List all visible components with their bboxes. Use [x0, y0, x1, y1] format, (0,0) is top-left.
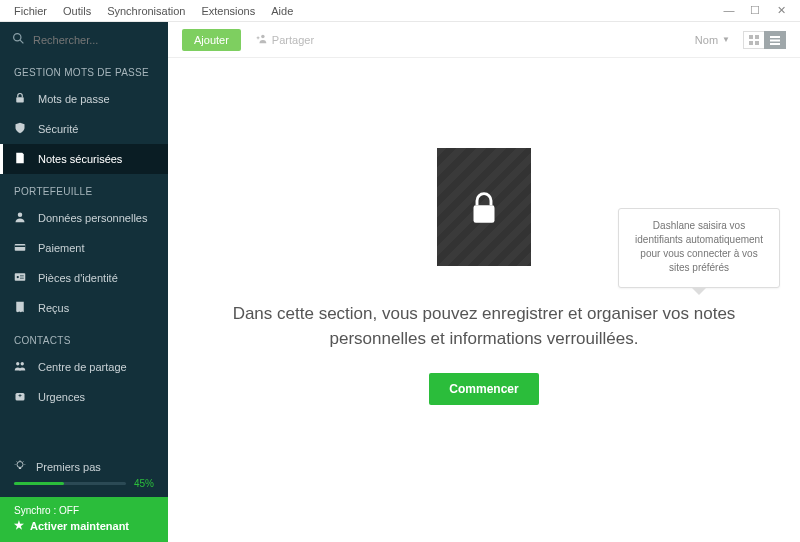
- sidebar-item-payment[interactable]: Paiement: [0, 233, 168, 263]
- progress-percent: 45%: [134, 478, 154, 489]
- sidebar-item-identity[interactable]: Pièces d'identité: [0, 263, 168, 293]
- svg-rect-20: [749, 41, 753, 45]
- menu-sync[interactable]: Synchronisation: [99, 5, 193, 17]
- menu-file[interactable]: Fichier: [6, 5, 55, 17]
- svg-point-7: [17, 276, 19, 278]
- svg-rect-2: [16, 97, 24, 102]
- sidebar-item-label: Données personnelles: [38, 212, 147, 224]
- locked-note-illustration: [437, 148, 531, 266]
- window-maximize-button[interactable]: ☐: [742, 4, 768, 17]
- section-title-contacts: CONTACTS: [0, 323, 168, 352]
- activate-sync-button[interactable]: ★ Activer maintenant: [14, 519, 154, 532]
- sidebar-item-personal-data[interactable]: Données personnelles: [0, 203, 168, 233]
- svg-rect-5: [15, 246, 26, 248]
- section-title-wallet: PORTEFEUILLE: [0, 174, 168, 203]
- activate-sync-label: Activer maintenant: [30, 520, 129, 532]
- svg-rect-4: [15, 244, 26, 251]
- view-grid-button[interactable]: [743, 31, 765, 49]
- svg-point-11: [21, 362, 24, 365]
- get-started-button[interactable]: Commencer: [429, 373, 538, 405]
- search-input[interactable]: [33, 34, 171, 46]
- menu-extensions[interactable]: Extensions: [193, 5, 263, 17]
- menu-bar: Fichier Outils Synchronisation Extension…: [0, 0, 800, 22]
- sidebar-item-passwords[interactable]: Mots de passe: [0, 84, 168, 114]
- sidebar-item-emergency[interactable]: Urgences: [0, 382, 168, 412]
- toolbar: Ajouter Partager Nom ▼: [168, 22, 800, 58]
- add-person-icon: [255, 33, 268, 46]
- svg-rect-16: [19, 468, 21, 470]
- svg-rect-19: [755, 35, 759, 39]
- sidebar-item-sharing-center[interactable]: Centre de partage: [0, 352, 168, 382]
- search-row[interactable]: [0, 22, 168, 55]
- card-icon: [14, 241, 28, 255]
- sidebar-item-receipts[interactable]: Reçus: [0, 293, 168, 323]
- main-panel: Ajouter Partager Nom ▼: [168, 22, 800, 542]
- share-button[interactable]: Partager: [255, 33, 314, 46]
- svg-rect-9: [20, 278, 24, 279]
- section-title-passwords: GESTION MOTS DE PASSE: [0, 55, 168, 84]
- svg-rect-14: [20, 394, 21, 397]
- svg-rect-21: [755, 41, 759, 45]
- sidebar: GESTION MOTS DE PASSE Mots de passe Sécu…: [0, 22, 168, 542]
- svg-rect-6: [15, 273, 26, 281]
- progress-bar: [14, 482, 126, 485]
- svg-rect-25: [474, 205, 495, 223]
- sidebar-item-label: Notes sécurisées: [38, 153, 122, 165]
- star-icon: ★: [14, 519, 24, 532]
- sidebar-item-label: Urgences: [38, 391, 85, 403]
- empty-state: Dans cette section, vous pouvez enregist…: [168, 58, 800, 542]
- first-steps-widget[interactable]: Premiers pas 45%: [0, 450, 168, 497]
- svg-rect-23: [770, 39, 780, 41]
- person-icon: [14, 211, 28, 225]
- sync-status: Synchro : OFF: [14, 505, 154, 516]
- sort-dropdown[interactable]: Nom ▼: [695, 34, 730, 46]
- lightbulb-icon: [14, 460, 28, 474]
- svg-rect-24: [770, 43, 780, 45]
- share-icon: [14, 360, 28, 374]
- svg-line-1: [20, 40, 23, 43]
- svg-point-17: [261, 35, 264, 38]
- hint-tooltip: Dashlane saisira vos identifiants automa…: [618, 208, 780, 288]
- first-steps-label: Premiers pas: [36, 461, 101, 473]
- svg-point-10: [16, 362, 19, 365]
- menu-help[interactable]: Aide: [263, 5, 301, 17]
- svg-rect-8: [20, 276, 24, 277]
- sidebar-item-label: Paiement: [38, 242, 84, 254]
- add-button[interactable]: Ajouter: [182, 29, 241, 51]
- shield-icon: [14, 122, 28, 136]
- svg-point-3: [18, 213, 23, 218]
- sidebar-item-label: Centre de partage: [38, 361, 127, 373]
- sidebar-item-label: Reçus: [38, 302, 69, 314]
- menu-tools[interactable]: Outils: [55, 5, 99, 17]
- sync-panel: Synchro : OFF ★ Activer maintenant: [0, 497, 168, 542]
- sort-label: Nom: [695, 34, 718, 46]
- svg-point-15: [17, 462, 23, 468]
- lock-icon: [470, 192, 498, 230]
- sidebar-item-security[interactable]: Sécurité: [0, 114, 168, 144]
- view-list-button[interactable]: [764, 31, 786, 49]
- sidebar-item-label: Sécurité: [38, 123, 78, 135]
- svg-point-0: [14, 34, 21, 41]
- note-icon: [14, 152, 28, 166]
- receipt-icon: [14, 301, 28, 315]
- id-icon: [14, 271, 28, 285]
- emergency-icon: [14, 390, 28, 404]
- lock-icon: [14, 92, 28, 106]
- hint-text: Dashlane saisira vos identifiants automa…: [635, 220, 763, 273]
- share-button-label: Partager: [272, 34, 314, 46]
- chevron-down-icon: ▼: [722, 35, 730, 44]
- empty-state-message: Dans cette section, vous pouvez enregist…: [168, 302, 800, 351]
- sidebar-item-label: Pièces d'identité: [38, 272, 118, 284]
- search-icon: [12, 32, 25, 47]
- window-close-button[interactable]: ✕: [768, 4, 794, 17]
- svg-rect-18: [749, 35, 753, 39]
- svg-rect-22: [770, 36, 780, 38]
- window-minimize-button[interactable]: —: [716, 4, 742, 17]
- sidebar-item-secure-notes[interactable]: Notes sécurisées: [0, 144, 168, 174]
- sidebar-item-label: Mots de passe: [38, 93, 110, 105]
